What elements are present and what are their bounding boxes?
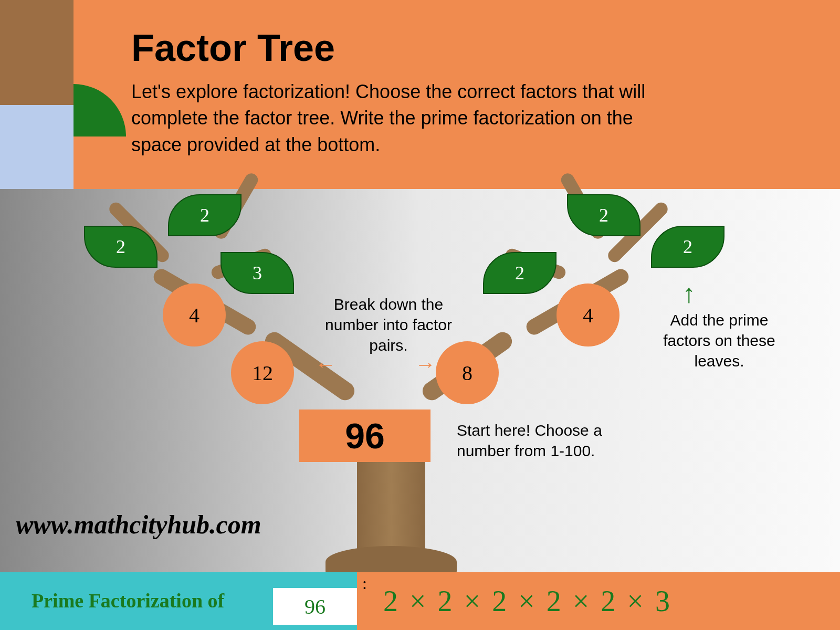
prime-leaf: 2 bbox=[483, 252, 556, 294]
footer-bar: Prime Factorization of 2 × 2 × 2 × 2 × 2… bbox=[0, 572, 840, 630]
arrow-up-icon: ↑ bbox=[682, 278, 696, 309]
hint-start: Start here! Choose a number from 1-100. bbox=[457, 420, 640, 461]
factor-node: 4 bbox=[556, 284, 620, 346]
hint-breakdown: Break down the number into factor pairs. bbox=[310, 294, 467, 355]
hint-leaves: Add the prime factors on these leaves. bbox=[646, 310, 793, 371]
footer-label: Prime Factorization of bbox=[32, 590, 224, 612]
corner-decoration-brown bbox=[0, 0, 74, 105]
arrow-right-icon: → bbox=[415, 352, 436, 376]
page-title: Factor Tree bbox=[131, 26, 335, 69]
root-number: 96 bbox=[299, 410, 430, 462]
arrow-left-icon: ← bbox=[315, 352, 336, 376]
corner-decoration-blue bbox=[0, 105, 74, 189]
prime-leaf: 2 bbox=[651, 226, 724, 268]
prime-leaf: 3 bbox=[220, 252, 294, 294]
factor-node: 4 bbox=[163, 284, 226, 346]
footer-number-box: 96 bbox=[273, 588, 357, 625]
quarter-circle-decoration bbox=[74, 84, 126, 136]
footer-result: 2 × 2 × 2 × 2 × 2 × 3 bbox=[357, 572, 840, 630]
footer-colon: : bbox=[362, 574, 367, 593]
factor-node: 12 bbox=[231, 341, 294, 404]
watermark-url: www.mathcityhub.com bbox=[16, 509, 261, 540]
page-subtitle: Let's explore factorization! Choose the … bbox=[131, 79, 682, 158]
prime-leaf: 2 bbox=[168, 194, 242, 236]
prime-leaf: 2 bbox=[567, 194, 640, 236]
